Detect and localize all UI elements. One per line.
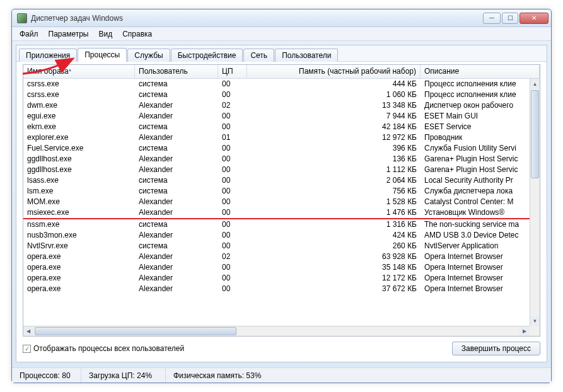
scroll-down-icon[interactable]: ▼: [530, 316, 540, 326]
cell-name: ekrn.exe: [23, 122, 135, 132]
table-row[interactable]: ekrn.exeсистема0042 184 КБESET Service: [23, 122, 530, 132]
cell-description: Процесс исполнения клие: [421, 89, 530, 100]
cell-memory: 396 КБ: [247, 143, 421, 154]
minimize-button[interactable]: ─: [483, 13, 501, 24]
maximize-button[interactable]: ☐: [502, 13, 518, 24]
table-row[interactable]: opera.exeAlexander0037 672 КБOpera Inter…: [23, 284, 530, 294]
cell-cpu: 00: [218, 186, 247, 197]
cell-user: система: [135, 143, 218, 154]
table-row[interactable]: csrss.exeсистема00444 КБПроцесс исполнен…: [23, 79, 530, 89]
tab-users[interactable]: Пользователи: [275, 49, 338, 62]
col-image-name[interactable]: Имя образа: [23, 65, 135, 78]
cell-memory: 12 972 КБ: [247, 132, 421, 143]
table-row[interactable]: nssm.exeсистема001 316 КБThe non-sucking…: [23, 219, 530, 230]
table-row[interactable]: opera.exeAlexander0263 928 КБOpera Inter…: [23, 251, 530, 262]
cell-cpu: 00: [218, 164, 247, 175]
cell-name: ggdllhost.exe: [23, 154, 135, 164]
cell-cpu: 00: [218, 284, 247, 294]
cell-cpu: 02: [218, 100, 247, 111]
col-user[interactable]: Пользователь: [135, 65, 218, 78]
scroll-left-icon[interactable]: ◀: [23, 326, 33, 336]
cell-cpu: 00: [218, 262, 247, 273]
cell-description: Установщик Windows®: [421, 207, 530, 218]
table-row[interactable]: Fuel.Service.exeсистема00396 КБСлужба Fu…: [23, 143, 530, 154]
table-row[interactable]: ggdllhost.exeAlexander001 112 КБGarena+ …: [23, 164, 530, 175]
table-row[interactable]: csrss.exeсистема001 060 КБПроцесс исполн…: [23, 89, 530, 100]
status-cpu: Загрузка ЦП: 24%: [81, 368, 166, 383]
cell-cpu: 02: [218, 251, 247, 262]
table-row[interactable]: MOM.exeAlexander001 528 КБCatalyst Contr…: [23, 197, 530, 207]
table-row[interactable]: nusb3mon.exeAlexander00424 КБAMD USB 3.0…: [23, 230, 530, 241]
cell-name: NvtlSrvr.exe: [23, 241, 135, 251]
cell-description: Opera Internet Browser: [421, 251, 530, 262]
cell-memory: 1 060 КБ: [247, 89, 421, 100]
cell-name: lsass.exe: [23, 175, 135, 186]
table-row[interactable]: NvtlSrvr.exeсистема00260 КБNvtlServer Ap…: [23, 241, 530, 251]
list-body[interactable]: csrss.exeсистема00444 КБПроцесс исполнен…: [23, 79, 530, 326]
table-row[interactable]: opera.exeAlexander0035 148 КБOpera Inter…: [23, 262, 530, 273]
col-description[interactable]: Описание: [421, 65, 540, 78]
cell-memory: 63 928 КБ: [247, 251, 421, 262]
cell-user: система: [135, 219, 218, 230]
table-row[interactable]: lsm.exeсистема00756 КБСлужба диспетчера …: [23, 186, 530, 197]
table-row[interactable]: ggdllhost.exeAlexander00136 КБGarena+ Pl…: [23, 154, 530, 164]
cell-user: Alexander: [135, 197, 218, 207]
table-row[interactable]: egui.exeAlexander007 944 КБESET Main GUI: [23, 111, 530, 122]
menu-view[interactable]: Вид: [93, 28, 117, 40]
col-memory[interactable]: Память (частный рабочий набор): [247, 65, 421, 78]
menu-help[interactable]: Справка: [117, 28, 157, 40]
tab-applications[interactable]: Приложения: [19, 49, 77, 62]
cell-description: Служба диспетчера лока: [421, 186, 530, 197]
cell-description: Garena+ Plugin Host Servic: [421, 164, 530, 175]
cell-cpu: 00: [218, 273, 247, 284]
cell-user: Alexander: [135, 230, 218, 241]
cell-memory: 136 КБ: [247, 154, 421, 164]
horizontal-scrollbar[interactable]: ◀ ▶: [23, 326, 530, 336]
show-all-users-checkbox[interactable]: ✓ Отображать процессы всех пользователей: [23, 344, 184, 353]
cell-user: Alexander: [135, 154, 218, 164]
cell-cpu: 00: [218, 175, 247, 186]
menubar: Файл Параметры Вид Справка: [12, 27, 551, 41]
scroll-right-icon[interactable]: ▶: [519, 326, 530, 336]
titlebar[interactable]: Диспетчер задач Windows ─ ☐ ✕: [12, 9, 551, 27]
tab-services[interactable]: Службы: [127, 49, 170, 62]
window-frame: Диспетчер задач Windows ─ ☐ ✕ Файл Парам…: [11, 9, 552, 383]
cell-name: opera.exe: [23, 284, 135, 294]
cell-name: opera.exe: [23, 262, 135, 273]
table-row[interactable]: explorer.exeAlexander0112 972 КБПроводни…: [23, 132, 530, 143]
cell-cpu: 00: [218, 79, 247, 89]
horizontal-scroll-thumb[interactable]: [35, 327, 236, 335]
tab-processes[interactable]: Процессы: [78, 48, 127, 62]
menu-file[interactable]: Файл: [15, 28, 44, 40]
cell-user: Alexander: [135, 284, 218, 294]
vertical-scrollbar[interactable]: ▲ ▼: [530, 79, 540, 326]
cell-memory: 424 КБ: [247, 230, 421, 241]
col-cpu[interactable]: ЦП: [218, 65, 247, 78]
end-process-button[interactable]: Завершить процесс: [452, 342, 540, 355]
cell-name: ggdllhost.exe: [23, 164, 135, 175]
cell-name: egui.exe: [23, 111, 135, 122]
cell-name: csrss.exe: [23, 89, 135, 100]
tab-performance[interactable]: Быстродействие: [171, 49, 243, 62]
cell-memory: 13 348 КБ: [247, 100, 421, 111]
tab-network[interactable]: Сеть: [243, 49, 274, 62]
checkbox-label: Отображать процессы всех пользователей: [33, 344, 184, 353]
table-row[interactable]: dwm.exeAlexander0213 348 КБДиспетчер око…: [23, 100, 530, 111]
cell-description: Local Security Authority Pr: [421, 175, 530, 186]
cell-user: Alexander: [135, 164, 218, 175]
cell-memory: 1 476 КБ: [247, 207, 421, 218]
cell-description: Opera Internet Browser: [421, 284, 530, 294]
cell-description: ESET Main GUI: [421, 111, 530, 122]
cell-name: nssm.exe: [23, 219, 135, 230]
table-row[interactable]: lsass.exeсистема002 064 КБLocal Security…: [23, 175, 530, 186]
cell-memory: 1 112 КБ: [247, 164, 421, 175]
vertical-scroll-thumb[interactable]: [531, 90, 539, 178]
menu-options[interactable]: Параметры: [44, 28, 94, 40]
cell-user: Alexander: [135, 251, 218, 262]
scroll-up-icon[interactable]: ▲: [530, 79, 540, 89]
cell-user: система: [135, 122, 218, 132]
table-row[interactable]: opera.exeAlexander0012 172 КБOpera Inter…: [23, 273, 530, 284]
close-button[interactable]: ✕: [519, 13, 548, 24]
table-row[interactable]: msiexec.exeAlexander001 476 КБУстановщик…: [23, 207, 530, 218]
cell-cpu: 00: [218, 219, 247, 230]
